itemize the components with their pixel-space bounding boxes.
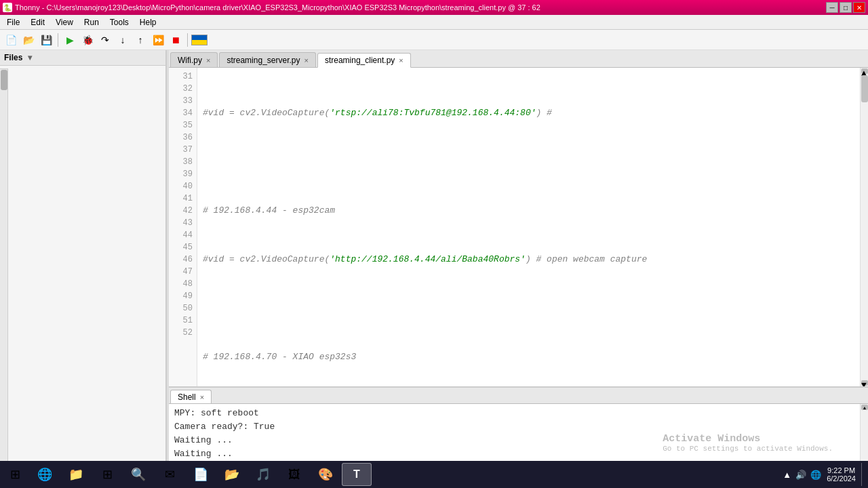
line-num-35: 35 <box>169 119 197 131</box>
shell-line-2: Camera ready?: True <box>174 420 854 434</box>
tab-streaming-server[interactable]: streaming_server.py × <box>219 52 315 67</box>
sidebar: Files ▾ 💻 This computer C: \ Users \ man… <box>0 50 166 488</box>
line-num-34: 34 <box>169 107 197 119</box>
editor-scroll-up[interactable]: ▲ <box>861 68 868 74</box>
save-button[interactable]: 💾 <box>38 32 54 48</box>
code-line-36: # 192.168.4.70 - XIAO esp32s3 <box>203 351 860 363</box>
taskbar-app-mail[interactable]: ✉ <box>155 463 184 486</box>
shell-scroll-up[interactable]: ▲ <box>861 405 868 410</box>
code-content[interactable]: #vid = cv2.VideoCapture('rtsp://ali78:Tv… <box>197 68 860 386</box>
tab-streaming-client-label: streaming_client.py <box>325 56 395 65</box>
menu-view[interactable]: View <box>50 16 79 28</box>
line-num-49: 49 <box>169 290 197 302</box>
maximize-button[interactable]: □ <box>840 2 852 13</box>
title-bar-left: Thonny - C:\Users\manojroy123\Desktop\Mi… <box>3 3 540 12</box>
close-button[interactable]: ✕ <box>853 2 865 13</box>
line-num-52: 52 <box>169 327 197 339</box>
stop-button[interactable]: ⏹ <box>167 32 184 48</box>
taskbar-time-date[interactable]: 9:22 PM 6/2/2024 <box>827 466 856 483</box>
editor-scroll-thumb[interactable] <box>861 75 868 102</box>
menu-help[interactable]: Help <box>134 16 162 28</box>
show-desktop-button[interactable] <box>861 463 865 486</box>
taskbar-app-folder2[interactable]: 📂 <box>217 463 247 486</box>
taskbar: ⊞ 🌐 📁 ⊞ 🔍 ✉ 📄 📂 🎵 🖼 🎨 T ▲ 🔊 🌐 9:22 PM 6/… <box>0 461 868 488</box>
taskbar-app-image[interactable]: 🖼 <box>279 463 309 486</box>
files-dropdown-arrow[interactable]: ▾ <box>28 53 32 62</box>
line-num-37: 37 <box>169 144 197 156</box>
code-line-32 <box>203 156 860 168</box>
taskbar-app-media[interactable]: 🎵 <box>248 463 278 486</box>
right-panel: Wifi.py × streaming_server.py × streamin… <box>169 50 868 488</box>
title-bar: Thonny - C:\Users\manojroy123\Desktop\Mi… <box>0 0 868 15</box>
activate-windows-sub: Go to PC settings to activate Windows. <box>663 445 833 453</box>
shell-tab[interactable]: Shell × <box>170 390 212 403</box>
run-button[interactable]: ▶ <box>62 32 78 48</box>
editor-scroll-down[interactable]: ▼ <box>861 380 868 386</box>
tab-wifi-close[interactable]: × <box>206 56 210 64</box>
systray-network[interactable]: 🌐 <box>810 470 821 480</box>
resume-button[interactable]: ⏩ <box>150 32 166 48</box>
flag-icon <box>191 35 208 45</box>
app-icon <box>3 3 12 12</box>
line-numbers: 31 32 33 34 35 36 37 38 39 40 41 42 43 4… <box>169 68 197 386</box>
code-line-35 <box>203 302 860 314</box>
new-file-button[interactable]: 📄 <box>3 32 19 48</box>
taskbar-right: ▲ 🔊 🌐 9:22 PM 6/2/2024 <box>783 463 865 486</box>
menu-file[interactable]: File <box>1 16 25 28</box>
systray-up-arrow[interactable]: ▲ <box>783 470 791 480</box>
taskbar-apps: 🌐 📁 ⊞ 🔍 ✉ 📄 📂 🎵 🖼 🎨 T <box>27 463 374 486</box>
minimize-button[interactable]: ─ <box>826 2 838 13</box>
activate-windows-title: Activate Windows <box>663 433 833 445</box>
toolbar-separator-1 <box>58 33 58 47</box>
activate-windows: Activate Windows Go to PC settings to ac… <box>663 433 833 453</box>
menu-edit[interactable]: Edit <box>25 16 50 28</box>
taskbar-app-explorer[interactable]: 📁 <box>61 463 91 486</box>
start-button[interactable]: ⊞ <box>3 463 27 486</box>
line-num-38: 38 <box>169 156 197 168</box>
code-line-31: #vid = cv2.VideoCapture('rtsp://ali78:Tv… <box>203 107 860 119</box>
line-num-32: 32 <box>169 83 197 95</box>
tab-bar: Wifi.py × streaming_server.py × streamin… <box>169 50 868 68</box>
debug-button[interactable]: 🐞 <box>79 32 96 48</box>
sidebar-scroll-thumb[interactable] <box>1 70 7 90</box>
shell-line-1: MPY: soft reboot <box>174 407 854 420</box>
taskbar-date: 6/2/2024 <box>827 474 856 483</box>
editor-area: Wifi.py × streaming_server.py × streamin… <box>169 50 868 386</box>
systray-sound[interactable]: 🔊 <box>795 470 806 480</box>
step-into-button[interactable]: ↓ <box>115 32 131 48</box>
tab-wifi[interactable]: Wifi.py × <box>170 52 218 67</box>
line-num-42: 42 <box>169 205 197 217</box>
taskbar-app-store[interactable]: ⊞ <box>92 463 122 486</box>
line-num-45: 45 <box>169 241 197 253</box>
menu-tools[interactable]: Tools <box>104 16 134 28</box>
files-label: Files <box>4 53 22 62</box>
taskbar-app-paint[interactable]: 🎨 <box>311 463 340 486</box>
open-button[interactable]: 📂 <box>20 32 37 48</box>
files-header: Files ▾ <box>0 50 165 66</box>
tab-streaming-client-close[interactable]: × <box>399 56 403 64</box>
menu-run[interactable]: Run <box>79 16 104 28</box>
taskbar-app-doc[interactable]: 📄 <box>186 463 216 486</box>
shell-tab-close[interactable]: × <box>200 393 204 401</box>
tab-streaming-client[interactable]: streaming_client.py × <box>317 53 411 68</box>
taskbar-app-search[interactable]: 🔍 <box>123 463 153 486</box>
code-line-34: #vid = cv2.VideoCapture('http://192.168.… <box>203 253 860 266</box>
thonny-icon: T <box>353 468 360 481</box>
step-out-button[interactable]: ↑ <box>132 32 149 48</box>
tab-streaming-server-close[interactable]: × <box>304 56 308 64</box>
editor-vscrollbar[interactable]: ▲ ▼ <box>860 68 868 386</box>
code-editor[interactable]: 31 32 33 34 35 36 37 38 39 40 41 42 43 4… <box>169 68 868 386</box>
tab-streaming-server-label: streaming_server.py <box>226 56 300 65</box>
sidebar-scrollbar[interactable] <box>0 68 8 488</box>
line-num-40: 40 <box>169 180 197 192</box>
step-over-button[interactable]: ↷ <box>97 32 113 48</box>
line-num-48: 48 <box>169 278 197 290</box>
line-num-39: 39 <box>169 168 197 180</box>
menu-bar: File Edit View Run Tools Help <box>0 15 868 30</box>
taskbar-app-thonny[interactable]: T <box>342 463 372 486</box>
line-num-31: 31 <box>169 70 197 83</box>
line-num-51: 51 <box>169 314 197 327</box>
taskbar-app-ie[interactable]: 🌐 <box>30 463 60 486</box>
tab-wifi-label: Wifi.py <box>178 56 202 65</box>
taskbar-time: 9:22 PM <box>827 466 856 474</box>
